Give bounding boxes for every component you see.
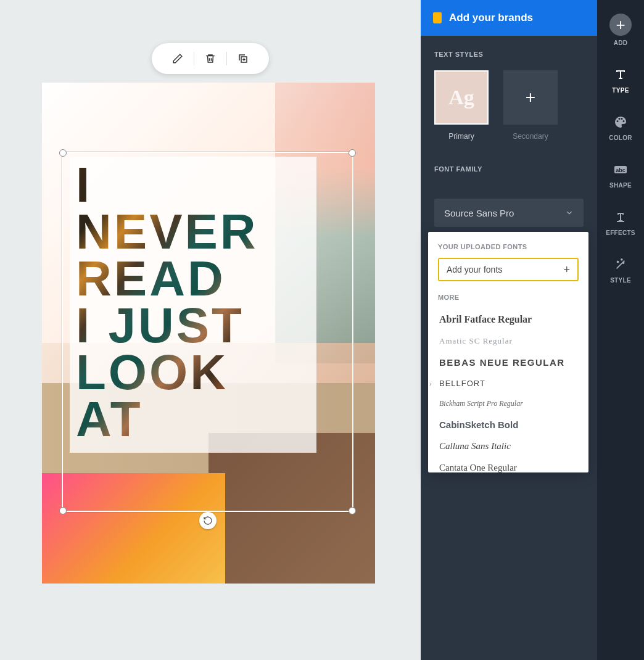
svg-point-5 — [621, 259, 622, 260]
rail-color[interactable]: COLOR — [597, 111, 644, 144]
rail-style-label: STYLE — [610, 277, 631, 284]
svg-point-4 — [623, 262, 624, 263]
magic-wand-icon — [612, 256, 629, 273]
rail-effects[interactable]: EFFECTS — [597, 206, 644, 239]
text-styles-section: TEXT STYLES Ag Primary + Secondary — [421, 36, 597, 147]
brand-badge-icon — [433, 12, 442, 23]
palette-icon — [612, 113, 629, 131]
toolbar-divider — [194, 52, 194, 65]
edit-button[interactable] — [165, 49, 190, 68]
svg-point-3 — [617, 262, 619, 263]
font-family-heading: FONT FAMILY — [434, 165, 584, 173]
resize-handle-tr[interactable] — [349, 149, 356, 157]
primary-swatch-text: Ag — [448, 86, 474, 109]
toolbar-divider — [226, 52, 227, 65]
chevron-down-icon — [565, 208, 574, 217]
effects-icon — [612, 208, 629, 226]
resize-handle-br[interactable] — [349, 507, 356, 514]
add-fonts-button[interactable]: Add your fonts + — [438, 258, 579, 281]
rail-shape[interactable]: abc SHAPE — [597, 159, 644, 191]
resize-handle-bl[interactable] — [59, 507, 67, 514]
rail-add[interactable]: + ADD — [597, 11, 644, 49]
type-icon — [612, 66, 629, 83]
font-option[interactable]: BEBAS NEUE REGULAR — [438, 352, 579, 373]
add-fonts-label: Add your fonts — [447, 265, 502, 274]
rail-color-label: COLOR — [609, 134, 632, 141]
primary-style-label: Primary — [448, 132, 474, 141]
brand-banner-label: Add your brands — [449, 12, 533, 24]
font-option[interactable]: Abril Fatface Regular — [438, 308, 579, 331]
font-family-select[interactable]: Source Sans Pro — [434, 199, 584, 227]
font-option[interactable]: Calluna Sans Italic — [438, 435, 579, 457]
canvas-area: I NEVER READ I JUST LOOK AT — [0, 0, 421, 660]
design-canvas[interactable]: I NEVER READ I JUST LOOK AT — [42, 83, 375, 584]
font-family-value: Source Sans Pro — [444, 208, 514, 218]
pencil-icon — [172, 53, 183, 64]
delete-button[interactable] — [198, 49, 223, 68]
plus-icon: + — [563, 263, 570, 276]
uploaded-fonts-heading: YOUR UPLOADED FONTS — [438, 243, 579, 250]
rail-type[interactable]: TYPE — [597, 64, 644, 96]
duplicate-icon — [237, 53, 249, 64]
rotate-handle[interactable] — [199, 512, 217, 529]
primary-style-swatch[interactable]: Ag — [434, 70, 489, 125]
rail-style[interactable]: STYLE — [597, 254, 644, 286]
plus-icon: + — [526, 88, 535, 107]
font-option[interactable]: CabinSketch Bold — [438, 414, 579, 435]
chevron-right-icon: › — [429, 381, 432, 387]
rail-type-label: TYPE — [612, 87, 629, 94]
rail-shape-label: SHAPE — [609, 182, 632, 189]
secondary-style-label: Secondary — [513, 132, 548, 141]
rail-add-label: ADD — [614, 39, 628, 46]
add-circle-icon: + — [609, 14, 632, 36]
trash-icon — [205, 53, 216, 64]
floating-toolbar — [152, 43, 269, 74]
font-option[interactable]: ›BELLFORT — [438, 373, 579, 394]
shape-icon: abc — [612, 161, 629, 178]
selection-bounds[interactable] — [62, 152, 353, 512]
tool-rail: + ADD TYPE COLOR abc SHAPE EFFECTS STYLE — [597, 0, 644, 660]
font-option[interactable]: Amatic SC Regular — [438, 331, 579, 352]
font-family-section: FONT FAMILY — [421, 147, 597, 191]
resize-handle-tl[interactable] — [59, 149, 67, 157]
rail-effects-label: EFFECTS — [606, 229, 635, 236]
svg-text:abc: abc — [616, 167, 625, 173]
font-dropdown[interactable]: YOUR UPLOADED FONTS Add your fonts + MOR… — [428, 232, 588, 472]
font-option[interactable]: Bickham Script Pro Regular — [438, 394, 579, 414]
text-styles-heading: TEXT STYLES — [434, 51, 584, 58]
duplicate-button[interactable] — [231, 49, 255, 68]
primary-style-card[interactable]: Ag Primary — [434, 70, 489, 141]
brand-banner[interactable]: Add your brands — [421, 0, 597, 36]
rotate-icon — [203, 516, 213, 526]
font-option[interactable]: Cantata One Regular — [438, 457, 579, 472]
more-fonts-heading: MORE — [438, 294, 579, 301]
font-option-label: BELLFORT — [439, 379, 485, 388]
secondary-style-card[interactable]: + Secondary — [503, 70, 558, 141]
secondary-style-swatch[interactable]: + — [503, 70, 558, 125]
